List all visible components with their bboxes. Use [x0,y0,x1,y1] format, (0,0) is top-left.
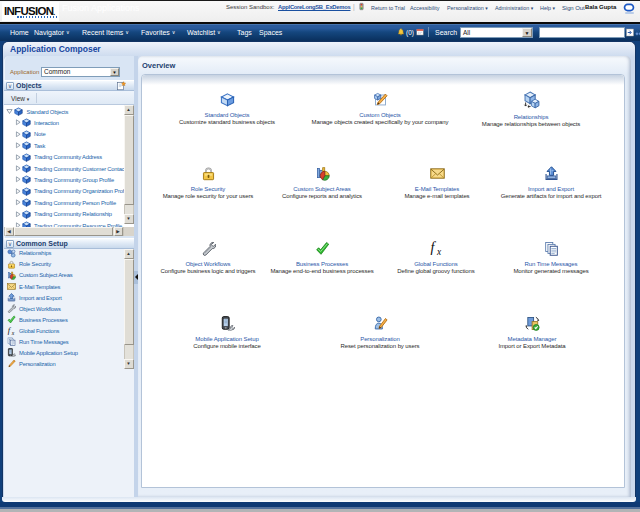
svg-text:x: x [11,330,15,335]
svg-text:f: f [430,241,436,255]
svg-text:x: x [436,247,442,256]
svg-text:f: f [8,326,12,335]
